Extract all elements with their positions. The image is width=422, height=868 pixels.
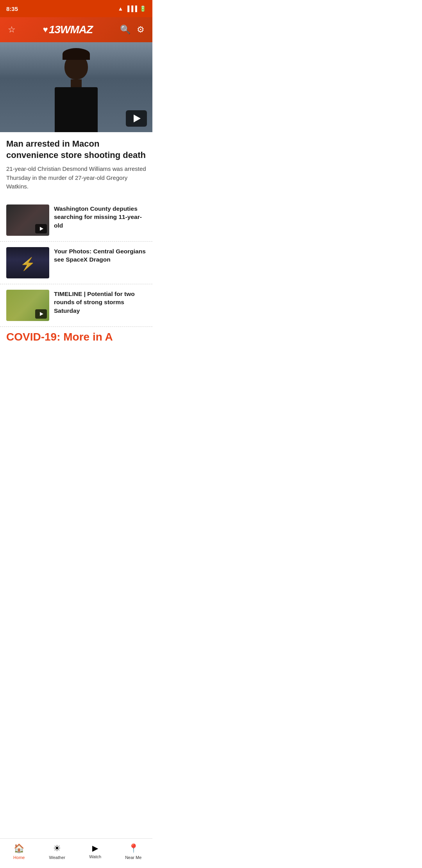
scroll-area: Man arrested in Macon convenience store …: [0, 42, 152, 407]
article-thumbnail: ⚡: [6, 247, 49, 278]
hero-head: [64, 54, 88, 79]
list-item[interactable]: ⚡ Your Photos: Central Georgians see Spa…: [0, 242, 152, 284]
favorite-button[interactable]: ☆: [5, 22, 18, 37]
article-title: Washington County deputies searching for…: [54, 204, 146, 230]
article-list: Washington County deputies searching for…: [0, 199, 152, 353]
logo-text: 13WMAZ: [49, 23, 93, 36]
logo-heart: ♥: [43, 25, 48, 35]
search-button[interactable]: 🔍: [118, 22, 133, 37]
article-title: TIMELINE | Potential for two rounds of s…: [54, 290, 146, 315]
hero-play-button[interactable]: [126, 110, 147, 127]
hero-article[interactable]: Man arrested in Macon convenience store …: [0, 42, 152, 199]
thumb-bg: ⚡: [6, 247, 49, 278]
article-thumbnail: [6, 290, 49, 321]
hero-figure: [49, 54, 104, 132]
hero-summary: 21-year-old Christian Desmond Williams w…: [6, 165, 146, 191]
thumb-play-button[interactable]: [35, 309, 47, 319]
hero-title: Man arrested in Macon convenience store …: [6, 138, 146, 161]
hero-neck: [71, 79, 82, 87]
header: ☆ ♥ 13WMAZ 🔍 ⚙: [0, 17, 152, 42]
status-icons: ▲ ▐▐▐ 🔋: [118, 5, 146, 12]
article-text: Your Photos: Central Georgians see Space…: [54, 247, 146, 264]
play-triangle-icon: [134, 115, 141, 122]
signal-icon: ▐▐▐: [125, 5, 137, 12]
hero-text: Man arrested in Macon convenience store …: [0, 132, 152, 199]
hero-image: [0, 42, 152, 132]
thumb-play-button[interactable]: [35, 224, 47, 233]
settings-button[interactable]: ⚙: [134, 22, 147, 37]
article-text: TIMELINE | Potential for two rounds of s…: [54, 290, 146, 315]
battery-icon: 🔋: [139, 5, 146, 12]
article-title: Your Photos: Central Georgians see Space…: [54, 247, 146, 264]
lightning-icon: ⚡: [20, 256, 36, 271]
status-bar: 8:35 ▲ ▐▐▐ 🔋: [0, 0, 152, 17]
hero-hair: [63, 48, 90, 60]
partial-article[interactable]: COVID-19: More in A: [0, 327, 152, 346]
status-time: 8:35: [6, 5, 18, 12]
hero-body: [55, 87, 98, 132]
list-item[interactable]: Washington County deputies searching for…: [0, 199, 152, 242]
article-thumbnail: [6, 204, 49, 236]
partial-title: COVID-19: More in A: [6, 332, 146, 343]
list-item[interactable]: TIMELINE | Potential for two rounds of s…: [0, 284, 152, 327]
thumb-play-icon: [40, 312, 43, 316]
thumb-play-icon: [40, 227, 43, 231]
article-text: Washington County deputies searching for…: [54, 204, 146, 230]
logo: ♥ 13WMAZ: [18, 23, 118, 36]
wifi-icon: ▲: [118, 5, 123, 12]
